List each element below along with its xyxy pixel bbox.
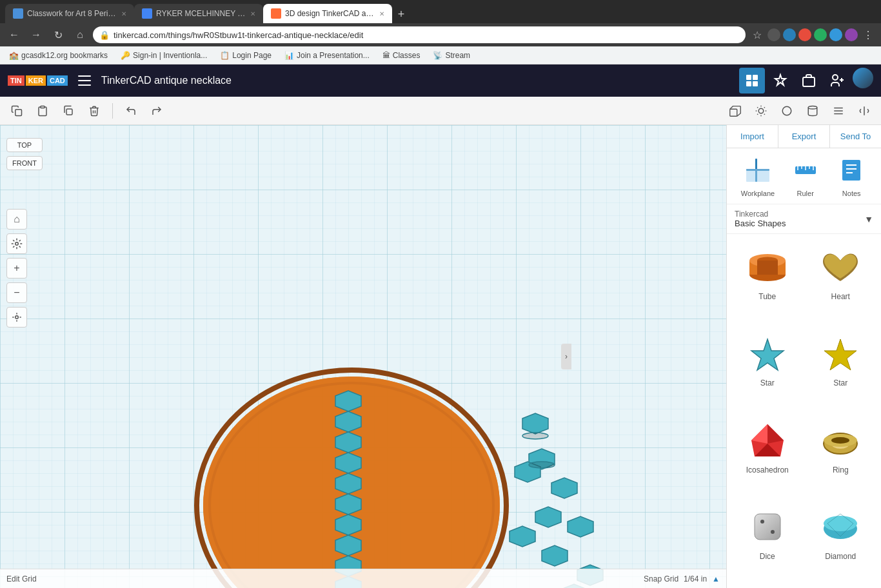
shape-category-dropdown[interactable]: Tinkercad Basic Shapes ▼ — [727, 204, 881, 234]
tab-3-close[interactable]: ✕ — [379, 10, 384, 17]
ext-icon-1[interactable] — [767, 28, 780, 41]
shape-dropdown-info: Tinkercad Basic Shapes — [735, 210, 786, 228]
mirror-icon[interactable] — [854, 101, 875, 121]
fit-view-button[interactable] — [6, 307, 27, 328]
shape-ring[interactable]: Ring — [806, 413, 876, 496]
zoom-out-button[interactable]: − — [6, 282, 27, 303]
svg-point-57 — [529, 462, 555, 468]
shape-star-2[interactable]: Star — [806, 326, 876, 409]
zoom-in-button[interactable]: + — [6, 258, 27, 279]
svg-rect-7 — [803, 77, 815, 86]
send-to-button[interactable]: Send To — [829, 125, 881, 148]
ring-preview — [815, 418, 866, 463]
view-controls: TOP FRONT — [6, 138, 43, 170]
3d-view-icon[interactable] — [739, 68, 765, 93]
panel-collapse-button[interactable]: › — [561, 344, 571, 369]
dice-preview — [742, 504, 793, 549]
tab-1[interactable]: Classwork for Art 8 Period 1, M… ✕ — [5, 4, 134, 23]
svg-marker-43 — [335, 535, 361, 556]
svg-marker-36 — [335, 391, 361, 411]
view-cube-icon[interactable] — [725, 101, 746, 121]
bookmark-3[interactable]: 📋 Login Page — [216, 50, 275, 61]
build-icon[interactable] — [767, 68, 793, 93]
bookmarks-bar: 🏫 gcasdk12.org bookmarks 🔑 Sign-in | Inv… — [0, 46, 881, 64]
workplane-tool[interactable]: Workplane — [741, 155, 775, 197]
portfolio-icon[interactable] — [796, 68, 822, 93]
copy-button[interactable] — [6, 101, 27, 121]
svg-rect-13 — [66, 109, 72, 115]
bookmark-5-icon: 🏛 — [382, 51, 390, 60]
svg-marker-52 — [510, 526, 535, 547]
view-top-button[interactable]: TOP — [6, 138, 43, 152]
svg-marker-81 — [824, 339, 856, 370]
view-front-button[interactable]: FRONT — [6, 156, 43, 170]
new-tab-button[interactable]: + — [392, 5, 410, 23]
redo-button[interactable] — [146, 101, 167, 121]
ext-icon-4[interactable] — [814, 28, 827, 41]
diamond-preview — [815, 504, 866, 549]
shape-star-1[interactable]: Star — [732, 326, 803, 409]
refresh-button[interactable]: ↻ — [49, 26, 67, 44]
shape-tube[interactable]: Tube — [732, 239, 803, 323]
undo-button[interactable] — [121, 101, 141, 121]
back-button[interactable]: ← — [5, 26, 23, 44]
bookmark-6[interactable]: 📡 Stream — [429, 50, 474, 61]
svg-marker-42 — [335, 514, 361, 535]
circle-tool-icon[interactable] — [777, 101, 797, 121]
menu-icon[interactable]: ⋮ — [860, 27, 876, 43]
tab-2[interactable]: RYKER MCELHINNEY - Photo Do… ✕ — [134, 4, 263, 23]
shape-heart[interactable]: Heart — [806, 239, 876, 323]
svg-marker-84 — [751, 424, 767, 444]
export-button[interactable]: Export — [778, 125, 829, 148]
shape-dice[interactable]: Dice — [732, 499, 803, 583]
ruler-tool[interactable]: Ruler — [790, 155, 821, 197]
svg-rect-70 — [842, 160, 860, 181]
shape-diamond[interactable]: Diamond — [806, 499, 876, 583]
bookmark-5[interactable]: 🏛 Classes — [379, 50, 424, 61]
bookmark-4[interactable]: 📊 Join a Presentation... — [281, 50, 373, 61]
tab-3[interactable]: 3D design TinkerCAD antique ne… ✕ — [263, 4, 392, 23]
snap-grid-label: Snap Grid — [644, 574, 678, 583]
user-avatar[interactable] — [853, 68, 873, 88]
svg-point-56 — [522, 433, 548, 439]
light-icon[interactable] — [751, 101, 771, 121]
shapes-grid: Tube Heart — [727, 234, 881, 588]
forward-button[interactable]: → — [27, 26, 45, 44]
edit-grid-label[interactable]: Edit Grid — [6, 574, 37, 583]
duplicate-button[interactable] — [58, 101, 79, 121]
address-text: tinkercad.com/things/hwR0Stbuw1t-tinkerc… — [114, 30, 739, 40]
cylinder-tool-icon[interactable] — [802, 101, 823, 121]
ext-icon-5[interactable] — [829, 28, 842, 41]
omnibar: ← → ↻ ⌂ 🔒 tinkercad.com/things/hwR0Stbuw… — [0, 23, 881, 46]
canvas-area[interactable]: TOP FRONT ⌂ + − › Edit Grid — [0, 125, 726, 588]
tinkercad-logo[interactable]: TIN KER CAD — [8, 75, 68, 86]
home-button[interactable]: ⌂ — [71, 26, 89, 44]
tab-1-close[interactable]: ✕ — [121, 10, 126, 17]
star-icon[interactable]: ☆ — [749, 27, 765, 43]
ext-icon-6[interactable] — [845, 28, 858, 41]
home-view-button[interactable]: ⌂ — [6, 209, 27, 230]
svg-rect-2 — [78, 84, 91, 86]
tab-2-close[interactable]: ✕ — [250, 10, 255, 17]
ext-icon-3[interactable] — [798, 28, 811, 41]
paste-button[interactable] — [32, 101, 53, 121]
address-bar[interactable]: 🔒 tinkercad.com/things/hwR0Stbuw1t-tinke… — [93, 26, 746, 43]
import-button[interactable]: Import — [727, 125, 778, 148]
browser-chrome: Classwork for Art 8 Period 1, M… ✕ RYKER… — [0, 0, 881, 64]
bookmark-1[interactable]: 🏫 gcasdk12.org bookmarks — [5, 50, 112, 61]
ext-icon-2[interactable] — [783, 28, 796, 41]
svg-rect-1 — [78, 80, 91, 81]
align-icon[interactable] — [828, 101, 849, 121]
snap-toggle[interactable]: ▲ — [712, 574, 720, 583]
bookmark-6-label: Stream — [445, 51, 470, 60]
bookmark-2-label: Sign-in | Inventionla... — [133, 51, 207, 60]
shape-icosahedron[interactable]: Icosahedron — [732, 413, 803, 496]
notes-tool[interactable]: Notes — [836, 155, 867, 197]
orbit-button[interactable] — [6, 233, 27, 254]
delete-button[interactable] — [84, 101, 104, 121]
add-user-icon[interactable] — [824, 68, 850, 93]
tab-1-label: Classwork for Art 8 Period 1, M… — [27, 9, 117, 18]
hamburger-icon[interactable] — [74, 70, 95, 91]
bookmark-2[interactable]: 🔑 Sign-in | Inventionla... — [117, 50, 211, 61]
svg-point-60 — [15, 316, 19, 319]
